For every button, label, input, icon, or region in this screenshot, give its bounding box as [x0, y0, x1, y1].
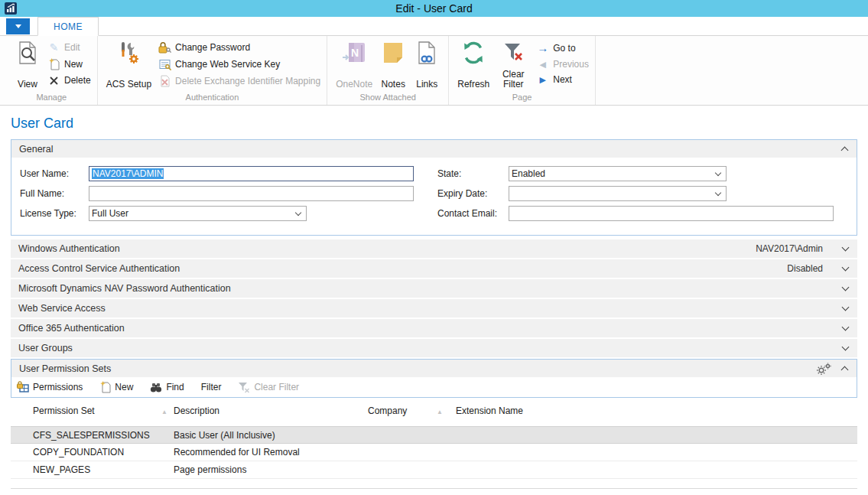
pencil-icon	[47, 41, 60, 54]
table-row[interactable]: CFS_SALESPERMISSIONS Basic User (All Inc…	[11, 426, 857, 444]
chevron-down-icon	[15, 24, 21, 28]
acs-setup-button[interactable]: ACS Setup	[102, 37, 155, 92]
chevron-up-icon[interactable]	[841, 147, 849, 155]
grid-lock-icon	[17, 381, 29, 393]
column-header-extension-name[interactable]: Extension Name	[443, 405, 857, 416]
delete-x-icon	[47, 76, 60, 86]
cell-permission-set[interactable]: CFS_SALESPERMISSIONS	[11, 430, 174, 441]
ribbon: View Edit New	[0, 36, 868, 106]
sort-ascending-icon	[437, 405, 443, 416]
tab-home[interactable]: HOME	[37, 17, 99, 36]
app-menu-button[interactable]	[6, 18, 30, 34]
user-name-field[interactable]: NAV2017\ADMIN	[89, 166, 414, 181]
change-password-button[interactable]: Change Password	[158, 41, 320, 54]
change-web-service-key-button[interactable]: Change Web Service Key	[158, 58, 320, 70]
cell-description[interactable]: Basic User (All Inclusive)	[174, 430, 368, 441]
grid-clear-filter-button[interactable]: Clear Filter	[238, 382, 299, 393]
state-dropdown[interactable]: Enabled	[509, 166, 727, 181]
edit-label: Edit	[64, 42, 80, 53]
previous-button[interactable]: Previous	[536, 59, 589, 70]
column-label: Permission Set	[33, 405, 95, 416]
full-name-field[interactable]	[89, 186, 414, 201]
svg-text:N: N	[351, 47, 359, 59]
grid-new-button[interactable]: New	[99, 381, 133, 393]
find-label: Find	[166, 382, 184, 392]
chevron-down-icon[interactable]	[842, 264, 850, 272]
fasttab-office365-authentication[interactable]: Office 365 Authentication	[11, 319, 857, 337]
table-row[interactable]: NEW_PAGES Page permissions	[11, 461, 857, 479]
filter-button[interactable]: Filter	[201, 382, 222, 392]
column-header-company[interactable]: Company	[368, 405, 443, 416]
fasttab-acs-authentication[interactable]: Access Control Service Authentication Di…	[11, 259, 857, 278]
clear-filter-button[interactable]: Clear Filter	[493, 37, 533, 92]
license-type-dropdown[interactable]: Full User	[89, 206, 307, 221]
title-bar: Edit - User Card	[0, 0, 868, 17]
cell-description[interactable]: Recommended for UI Removal	[174, 447, 368, 458]
ribbon-group-show-attached: N OneNote Notes	[327, 36, 449, 105]
cell-permission-set[interactable]: COPY_FOUNDATION	[11, 447, 174, 458]
fasttab-user-permission-sets: User Permission Sets Pe	[11, 359, 857, 398]
onenote-button[interactable]: N OneNote	[332, 37, 376, 92]
permissions-button[interactable]: Permissions	[17, 381, 83, 393]
chevron-down-icon[interactable]	[842, 344, 850, 351]
section-value: Disabled	[787, 263, 823, 274]
section-label: Office 365 Authentication	[18, 323, 125, 334]
fasttab-web-service-access[interactable]: Web Service Access	[11, 299, 857, 318]
page-red-x-icon	[158, 75, 171, 87]
delete-button[interactable]: Delete	[47, 75, 91, 86]
column-label: Extension Name	[456, 405, 523, 416]
fasttab-windows-authentication[interactable]: Windows Authentication NAV2017\Admin	[11, 239, 857, 258]
cell-description[interactable]: Page permissions	[174, 464, 368, 475]
user-name-value: NAV2017\ADMIN	[92, 168, 164, 179]
permission-sets-toolbar: Permissions New Find	[11, 377, 857, 397]
group-label-manage: Manage	[11, 92, 93, 105]
new-button[interactable]: New	[47, 58, 91, 70]
fasttab-user-groups[interactable]: User Groups	[11, 339, 857, 357]
refresh-button[interactable]: Refresh	[454, 37, 493, 92]
gears-icon[interactable]	[816, 363, 831, 375]
view-button[interactable]: View	[11, 37, 44, 92]
state-label: State:	[437, 168, 509, 179]
change-password-label: Change Password	[175, 42, 250, 53]
chevron-up-icon[interactable]	[841, 366, 849, 374]
sticky-note-icon	[382, 41, 404, 64]
page-chain-icon	[417, 41, 437, 64]
goto-label: Go to	[553, 43, 575, 54]
notes-button[interactable]: Notes	[376, 37, 410, 92]
grid-body: CFS_SALESPERMISSIONS Basic User (All Inc…	[11, 426, 857, 479]
contact-email-field[interactable]	[509, 206, 834, 221]
cell-permission-set[interactable]: NEW_PAGES	[11, 464, 174, 475]
table-row[interactable]: COPY_FOUNDATION Recommended for UI Remov…	[11, 444, 857, 461]
lock-icon	[158, 41, 171, 54]
chevron-down-icon[interactable]	[842, 284, 850, 291]
chevron-down-icon	[715, 190, 721, 196]
right-triangle-icon	[536, 75, 549, 85]
left-triangle-icon	[536, 60, 549, 70]
full-name-label: Full Name:	[20, 188, 89, 199]
edit-button[interactable]: Edit	[47, 41, 91, 54]
new-page-icon	[99, 381, 111, 393]
binoculars-icon	[150, 382, 162, 393]
chevron-down-icon[interactable]	[842, 304, 850, 311]
page-content: User Card General User Name: NAV2017\ADM…	[0, 116, 868, 489]
fasttab-nav-password-authentication[interactable]: Microsoft Dynamics NAV Password Authenti…	[11, 279, 857, 298]
fasttab-general-header[interactable]: General	[11, 140, 857, 158]
sort-ascending-icon	[161, 405, 167, 416]
expiry-date-dropdown[interactable]	[509, 186, 727, 201]
links-button[interactable]: Links	[410, 37, 444, 92]
funnel-x-icon	[238, 382, 250, 393]
chevron-down-icon[interactable]	[842, 244, 850, 252]
tab-row: HOME	[0, 17, 868, 36]
chevron-down-icon[interactable]	[842, 324, 850, 331]
fasttab-general: General User Name: NAV2017\ADMIN Full Na…	[11, 139, 857, 236]
goto-button[interactable]: Go to	[536, 41, 589, 54]
previous-label: Previous	[553, 59, 589, 70]
acs-setup-label: ACS Setup	[106, 80, 151, 90]
delete-exchange-mapping-button[interactable]: Delete Exchange Identifier Mapping	[158, 75, 320, 87]
find-button[interactable]: Find	[150, 382, 184, 393]
fasttab-user-permission-sets-header[interactable]: User Permission Sets	[11, 360, 857, 377]
next-button[interactable]: Next	[536, 74, 589, 85]
view-label: View	[18, 80, 37, 90]
column-header-permission-set[interactable]: Permission Set	[11, 405, 174, 416]
column-header-description[interactable]: Description	[174, 405, 368, 416]
